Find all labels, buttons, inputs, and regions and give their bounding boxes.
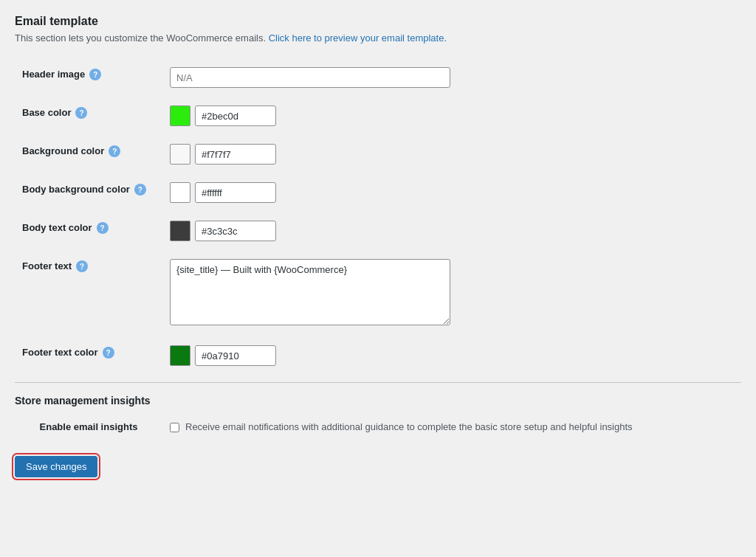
background-color-input[interactable]: #f7f7f7	[195, 144, 276, 165]
body-background-color-row-wrap: #ffffff	[170, 182, 734, 203]
body-background-color-label-wrap: Body background color ?	[22, 182, 155, 196]
footer-text-label-cell: Footer text ?	[15, 250, 162, 336]
base-color-field-cell: #2bec0d	[162, 97, 741, 135]
footer-text-color-label-wrap: Footer text color ?	[22, 345, 155, 359]
footer-text-color-label: Footer text color	[22, 347, 98, 358]
background-color-field-cell: #f7f7f7	[162, 135, 741, 173]
background-color-row-wrap: #f7f7f7	[170, 144, 734, 165]
footer-text-color-input[interactable]: #0a7910	[195, 345, 276, 366]
footer-text-color-row: Footer text color ? #0a7910	[15, 336, 741, 375]
base-color-row-wrap: #2bec0d	[170, 105, 734, 126]
background-color-label-wrap: Background color ?	[22, 144, 155, 157]
enable-insights-field-cell: Receive email notifications with additio…	[162, 412, 741, 441]
base-color-swatch[interactable]	[170, 105, 190, 126]
body-text-color-row-wrap: #3c3c3c	[170, 221, 734, 241]
form-table: Header image ? Base color ?	[15, 58, 741, 375]
footer-text-field-cell: {site_title} — Built with {WooCommerce}	[162, 250, 741, 336]
footer-text-label-wrap: Footer text ?	[22, 259, 155, 272]
email-template-title: Email template	[15, 15, 741, 28]
body-text-color-row: Body text color ? #3c3c3c	[15, 212, 741, 250]
base-color-help-icon[interactable]: ?	[75, 107, 87, 119]
footer-text-label: Footer text	[22, 260, 72, 271]
insights-table: Enable email insights Receive email noti…	[15, 412, 741, 441]
footer-text-row: Footer text ? {site_title} — Built with …	[15, 250, 741, 336]
enable-insights-checkbox[interactable]	[170, 423, 179, 432]
header-image-row: Header image ?	[15, 58, 741, 97]
footer-text-help-icon[interactable]: ?	[76, 260, 88, 272]
footer-text-color-row-wrap: #0a7910	[170, 345, 734, 366]
section-description: This section lets you customize the WooC…	[15, 32, 741, 44]
background-color-row: Background color ? #f7f7f7	[15, 135, 741, 173]
body-text-color-input[interactable]: #3c3c3c	[195, 221, 276, 241]
background-color-label: Background color	[22, 145, 104, 156]
section-divider	[15, 382, 741, 383]
background-color-help-icon[interactable]: ?	[109, 145, 120, 157]
body-background-color-swatch[interactable]	[170, 182, 190, 203]
body-text-color-label-wrap: Body text color ?	[22, 221, 155, 234]
enable-insights-row: Enable email insights Receive email noti…	[15, 412, 741, 441]
background-color-label-cell: Background color ?	[15, 135, 162, 173]
store-management-title: Store management insights	[15, 395, 741, 406]
header-image-input[interactable]	[170, 67, 450, 88]
body-text-color-field-cell: #3c3c3c	[162, 212, 741, 250]
body-background-color-label-cell: Body background color ?	[15, 173, 162, 212]
header-image-label-cell: Header image ?	[15, 58, 162, 97]
base-color-input[interactable]: #2bec0d	[195, 105, 276, 126]
enable-insights-label-cell: Enable email insights	[15, 412, 162, 441]
body-background-color-label: Body background color	[22, 184, 130, 195]
header-image-help-icon[interactable]: ?	[89, 69, 101, 80]
footer-text-color-field-cell: #0a7910	[162, 336, 741, 375]
enable-insights-label: Enable email insights	[40, 421, 138, 432]
preview-link[interactable]: Click here to preview your email templat…	[269, 32, 444, 44]
body-text-color-swatch[interactable]	[170, 221, 190, 241]
header-image-field-cell	[162, 58, 741, 97]
background-color-swatch[interactable]	[170, 144, 190, 165]
page-wrap: Email template This section lets you cus…	[15, 15, 741, 477]
body-text-color-help-icon[interactable]: ?	[97, 222, 109, 234]
base-color-label-wrap: Base color ?	[22, 105, 155, 119]
base-color-label: Base color	[22, 107, 71, 118]
body-background-color-row: Body background color ? #ffffff	[15, 173, 741, 212]
body-text-color-label: Body text color	[22, 222, 92, 233]
header-image-label-wrap: Header image ?	[22, 67, 155, 80]
base-color-label-cell: Base color ?	[15, 97, 162, 135]
save-changes-button[interactable]: Save changes	[15, 456, 97, 477]
footer-text-color-label-cell: Footer text color ?	[15, 336, 162, 375]
body-background-color-field-cell: #ffffff	[162, 173, 741, 212]
footer-text-color-swatch[interactable]	[170, 345, 190, 366]
footer-text-textarea[interactable]: {site_title} — Built with {WooCommerce}	[170, 259, 450, 325]
description-text: This section lets you customize the WooC…	[15, 32, 266, 44]
base-color-row: Base color ? #2bec0d	[15, 97, 741, 135]
footer-text-color-help-icon[interactable]: ?	[103, 347, 114, 359]
body-background-color-input[interactable]: #ffffff	[195, 182, 276, 203]
insights-row-wrap: Receive email notifications with additio…	[170, 421, 734, 432]
header-image-label: Header image	[22, 69, 85, 80]
insights-description: Receive email notifications with additio…	[185, 421, 633, 432]
body-background-color-help-icon[interactable]: ?	[134, 184, 146, 196]
body-text-color-label-cell: Body text color ?	[15, 212, 162, 250]
